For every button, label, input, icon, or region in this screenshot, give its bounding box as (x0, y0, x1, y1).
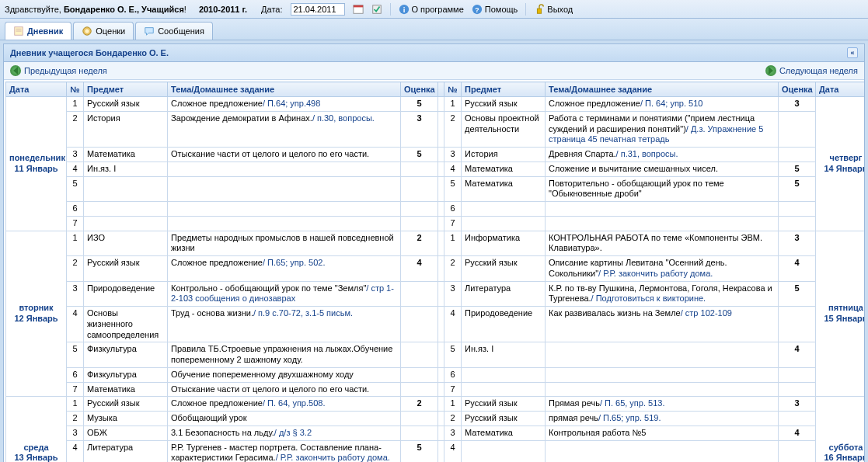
col-subject: Предмет (84, 82, 168, 97)
panel-header: Дневник учащегося Бондаренко О. Е. « (4, 44, 864, 62)
subject-cell (462, 216, 546, 231)
help-button[interactable]: ?Помощь (472, 4, 518, 15)
calendar-button[interactable] (353, 4, 364, 15)
lesson-num: 5 (67, 342, 84, 368)
grade-cell: 4 (779, 426, 816, 440)
grade-cell (401, 412, 438, 426)
lesson-num: 6 (444, 202, 462, 217)
topic-cell: Как развивалась жизнь на Земле/ стр 102-… (546, 307, 779, 342)
subject-cell: ОБЖ (84, 426, 168, 440)
lesson-num: 7 (67, 382, 84, 397)
subject-cell: Природоведение (462, 307, 546, 342)
lesson-num: 4 (67, 162, 84, 176)
next-week-label: Следующая неделя (779, 66, 858, 75)
day-cell: суббота16 Январь (816, 397, 865, 462)
diary-grid-wrapper: Дата № Предмет Тема/Домашнее задание Оце… (4, 80, 864, 462)
topic-cell: Сложение и вычитание смешанных чисел. (546, 162, 779, 176)
subject-cell: Математика (462, 162, 546, 176)
table-row: 4Основы жизненного самоопределенияТруд -… (6, 307, 865, 342)
grade-cell: 3 (779, 97, 816, 112)
lesson-num: 1 (444, 231, 462, 256)
subject-cell (84, 216, 168, 231)
grade-cell (401, 202, 438, 217)
grade-cell (779, 367, 816, 382)
col-date-r: Дата (816, 82, 865, 97)
grade-cell (401, 281, 438, 307)
grade-cell (779, 440, 816, 462)
grade-cell (779, 412, 816, 426)
date-apply-button[interactable] (371, 4, 382, 15)
tab-messages[interactable]: Сообщения (135, 22, 213, 40)
day-cell: пятница15 Январь (816, 231, 865, 397)
about-button[interactable]: iО программе (399, 4, 464, 15)
table-row: 66 (6, 202, 865, 217)
gap-cell (438, 202, 444, 217)
gap-cell (438, 256, 444, 282)
table-row: 4ЛитератураР.Р. Тургенев - мастер портре… (6, 440, 865, 462)
topic-cell: Правила ТБ.Строевые упражнения на лыжах.… (168, 342, 401, 368)
grade-cell (401, 342, 438, 368)
subject-cell (84, 202, 168, 217)
tab-diary[interactable]: Дневник (5, 22, 71, 40)
lesson-num: 3 (444, 281, 462, 307)
topic-cell (546, 342, 779, 368)
subject-cell: Литература (462, 281, 546, 307)
table-row: 3ОБЖ3.1 Безопасность на льду./ д/з § 3.2… (6, 426, 865, 440)
topic-cell: Предметы народных промыслов в нашей повс… (168, 231, 401, 256)
topic-cell (546, 367, 779, 382)
gap-cell (438, 426, 444, 440)
exit-button[interactable]: Выход (534, 4, 573, 15)
lesson-num: 6 (67, 202, 84, 217)
greeting-prefix: Здравствуйте, (5, 5, 64, 14)
user-name: Бондаренко О. Е., Учащийся (64, 5, 184, 14)
table-row: 5ФизкультураПравила ТБ.Строевые упражнен… (6, 342, 865, 368)
date-input[interactable] (291, 3, 345, 16)
topic-cell: Контрольно - обобщающий урок по теме "Зе… (168, 281, 401, 307)
svg-text:?: ? (475, 5, 479, 13)
grade-cell: 5 (401, 97, 438, 112)
grade-cell: 2 (401, 397, 438, 412)
date-label: Дата: (261, 5, 282, 14)
col-gap (438, 82, 444, 97)
subject-cell: Математика (84, 148, 168, 162)
grade-cell: 4 (401, 256, 438, 282)
next-week-link[interactable]: Следующая неделя (765, 65, 858, 76)
greeting-suffix: ! (184, 5, 186, 14)
subject-cell: Русский язык (84, 97, 168, 112)
school-year: 2010-2011 г. (199, 5, 247, 14)
lesson-num: 1 (444, 397, 462, 412)
subject-cell: Основы проектной деятельности (462, 111, 546, 147)
topic-cell: Контрольная работа №5 (546, 426, 779, 440)
topic-cell: Труд - основа жизни./ п.9 с.70-72, з.1-5… (168, 307, 401, 342)
help-label: Помощь (485, 5, 518, 14)
subject-cell: Русский язык (462, 256, 546, 282)
tab-grades[interactable]: Оценки (73, 22, 134, 40)
diary-table: Дата № Предмет Тема/Домашнее задание Оце… (5, 82, 864, 462)
grade-cell (401, 382, 438, 397)
lesson-num: 7 (444, 216, 462, 231)
lesson-num: 2 (444, 256, 462, 282)
topic-cell: К.Р. по тв-ву Пушкина, Лермонтова, Гогол… (546, 281, 779, 307)
grade-cell (401, 176, 438, 202)
table-row: 2Русский языкСложное предложение/ П.65; … (6, 256, 865, 282)
subject-cell (84, 176, 168, 202)
topic-cell (546, 440, 779, 462)
subject-cell: Информатика (462, 231, 546, 256)
subject-cell: Ин.яз. I (84, 162, 168, 176)
header-row: Дата № Предмет Тема/Домашнее задание Оце… (6, 82, 865, 97)
subject-cell (462, 202, 546, 217)
lesson-num: 4 (67, 307, 84, 342)
panel-collapse-button[interactable]: « (847, 47, 858, 58)
table-row: 2МузыкаОбобщающий урок2Русский языкпряма… (6, 412, 865, 426)
col-grade-r: Оценка (779, 82, 816, 97)
lesson-num: 3 (444, 148, 462, 162)
lesson-num: 3 (67, 426, 84, 440)
topic-cell: Сложное предложение/ П. 64, упр.508. (168, 397, 401, 412)
lesson-num: 7 (444, 382, 462, 397)
subject-cell: Основы жизненного самоопределения (84, 307, 168, 342)
topic-cell (546, 202, 779, 217)
topic-cell: Описание картины Левитана "Осенний день.… (546, 256, 779, 282)
prev-week-link[interactable]: Предыдущая неделя (10, 65, 107, 76)
subject-cell: Русский язык (84, 397, 168, 412)
subject-cell: Физкультура (84, 342, 168, 368)
